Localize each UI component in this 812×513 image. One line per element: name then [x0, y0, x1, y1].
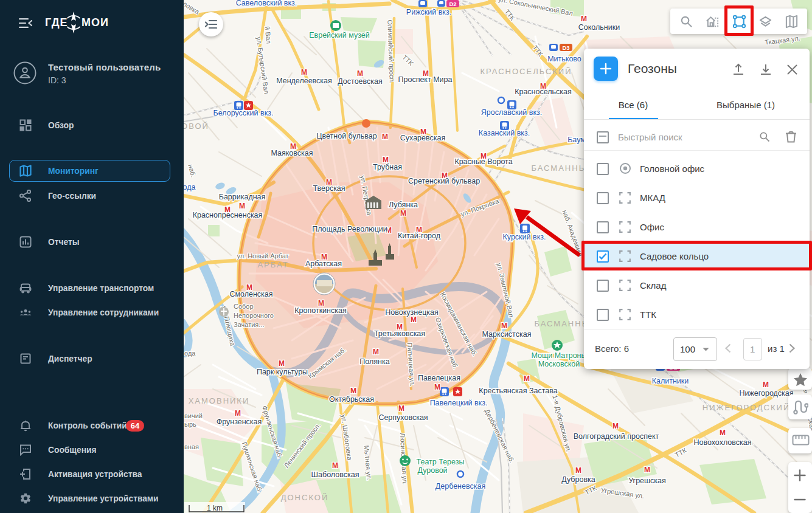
svg-text:ХАМОВНИКИ: ХАМОВНИКИ: [189, 396, 250, 405]
svg-text:Савеловский вкз.: Савеловский вкз.: [236, 0, 297, 7]
svg-text:Красносельская: Красносельская: [515, 88, 572, 96]
svg-text:ода: ода: [184, 349, 196, 357]
svg-text:М: М: [644, 466, 650, 474]
svg-text:М: М: [763, 380, 769, 389]
svg-text:Новокузнецкая: Новокузнецкая: [385, 308, 439, 317]
svg-text:Волгоградский проспект: Волгоградский проспект: [574, 432, 659, 441]
svg-text:Новохохловская: Новохохловская: [693, 438, 751, 447]
svg-text:Митьково: Митьково: [547, 55, 581, 63]
svg-text:Белорусский вкз.: Белорусский вкз.: [213, 109, 274, 117]
svg-text:Калитники: Калитники: [652, 377, 689, 385]
svg-text:Красные Ворота: Красные Ворота: [454, 157, 512, 166]
svg-text:Московской: Московской: [538, 360, 580, 368]
svg-text:Курский вкз.: Курский вкз.: [503, 233, 546, 241]
svg-text:Серпуховская: Серпуховская: [378, 413, 428, 422]
svg-text:АРБАТ: АРБАТ: [257, 260, 288, 269]
svg-text:М: М: [332, 461, 338, 470]
svg-text:Полянка: Полянка: [359, 357, 389, 366]
svg-text:D2: D2: [449, 1, 456, 7]
svg-text:Сокольники: Сокольники: [578, 23, 620, 32]
svg-text:КРАСНОСЕЛЬСКИЙ: КРАСНОСЕЛЬСКИЙ: [480, 67, 572, 76]
svg-text:М: М: [524, 374, 530, 383]
svg-text:Дербеневская: Дербеневская: [435, 482, 485, 491]
svg-text:М: М: [612, 422, 619, 430]
svg-text:М: М: [382, 133, 388, 141]
svg-text:Еврейский музей: Еврейский музей: [309, 31, 370, 40]
svg-text:Шаболовская: Шаболовская: [311, 470, 359, 479]
svg-text:Китай-город: Китай-город: [398, 232, 441, 240]
svg-text:1 km: 1 km: [207, 504, 223, 512]
svg-text:Достоевская: Достоевская: [338, 77, 383, 86]
svg-text:Кропоткинская: Кропоткинская: [294, 306, 346, 315]
svg-text:М: М: [720, 429, 726, 437]
svg-text:ода: ода: [184, 183, 196, 191]
svg-text:Сретенский бульвар: Сретенский бульвар: [408, 177, 480, 185]
svg-text:Арбатская: Арбатская: [305, 260, 342, 268]
svg-text:Сухаревская: Сухаревская: [400, 134, 445, 142]
svg-text:вичий: вичий: [184, 412, 203, 419]
svg-text:Дуровой: Дуровой: [417, 466, 447, 475]
svg-text:М: М: [398, 404, 404, 413]
svg-text:ГДЕ: ГДЕ: [45, 16, 68, 29]
svg-text:Цветной бульвар: Цветной бульвар: [316, 132, 377, 140]
svg-text:Собор: Собор: [234, 303, 254, 310]
svg-text:М: М: [235, 409, 241, 418]
svg-text:Маяковская: Маяковская: [271, 149, 313, 157]
svg-text:Трубная: Трубная: [373, 163, 402, 171]
svg-text:вная: вная: [184, 443, 199, 450]
svg-text:Крестьянская Застава: Крестьянская Застава: [479, 387, 557, 395]
svg-text:М: М: [301, 68, 307, 77]
svg-text:М: М: [434, 383, 440, 391]
svg-text:Тверская: Тверская: [313, 184, 345, 193]
svg-text:й Вал: й Вал: [264, 26, 272, 44]
svg-text:Непорочного: Непорочного: [234, 312, 274, 319]
svg-text:М: М: [350, 387, 356, 395]
svg-text:Рижский вкз.: Рижский вкз.: [406, 8, 451, 16]
svg-text:М: М: [373, 348, 379, 356]
svg-text:Краснопресненская: Краснопресненская: [193, 211, 263, 219]
svg-text:М: М: [581, 15, 587, 23]
svg-text:Зачатия...: Зачатия...: [234, 321, 264, 328]
svg-text:D3: D3: [562, 44, 569, 51]
svg-text:М: М: [279, 359, 285, 368]
svg-text:Павелецкая: Павелецкая: [418, 374, 460, 382]
svg-text:Баум: Баум: [567, 136, 586, 144]
svg-text:М: М: [239, 202, 245, 210]
svg-text:Третьяковская: Третьяковская: [374, 329, 425, 338]
svg-text:Лубянка: Лубянка: [389, 201, 418, 209]
svg-text:ДОНСКОЙ: ДОНСКОЙ: [281, 493, 329, 502]
svg-text:Театр Терезы: Театр Терезы: [417, 458, 465, 466]
svg-text:Смоленская: Смоленская: [229, 290, 272, 298]
svg-text:Нижегородская: Нижегородская: [739, 389, 793, 398]
svg-text:ОВОЙ: ОВОЙ: [184, 122, 209, 131]
svg-text:М: М: [411, 315, 417, 324]
svg-text:ул. Новый Арбат: ул. Новый Арбат: [237, 252, 288, 260]
svg-text:МОИ: МОИ: [82, 16, 109, 29]
svg-text:Октябрьская: Октябрьская: [329, 395, 374, 404]
svg-text:Дубровка: Дубровка: [561, 475, 595, 484]
svg-text:М: М: [357, 69, 363, 78]
svg-text:Казанский вкз.: Казанский вкз.: [479, 129, 530, 137]
svg-text:Марксистская: Марксистская: [482, 330, 532, 339]
svg-text:Баррикадная: Баррикадная: [219, 193, 266, 201]
svg-text:ырь: ырь: [184, 421, 196, 428]
svg-text:Фрунзенская: Фрунзенская: [217, 418, 262, 426]
svg-text:Площадь Революции: Площадь Революции: [312, 225, 387, 233]
svg-text:М: М: [400, 209, 406, 218]
svg-text:Парк культуры: Парк культуры: [257, 368, 308, 376]
svg-text:Ярославский вкз.: Ярославский вкз.: [481, 108, 543, 117]
svg-text:НИЖЕГОРОДСКИЙ: НИЖЕГОРОДСКИЙ: [703, 403, 791, 412]
svg-text:Мощи Матроны: Мощи Матроны: [532, 351, 587, 360]
svg-text:Проспект Мира: Проспект Мира: [398, 75, 453, 84]
svg-text:М: М: [575, 466, 581, 475]
svg-text:Павелецкий вкз.: Павелецкий вкз.: [430, 399, 488, 407]
svg-text:М: М: [501, 322, 507, 330]
svg-text:Менделеевская: Менделеевская: [276, 77, 332, 85]
svg-text:Угрешская: Угрешская: [628, 477, 666, 485]
